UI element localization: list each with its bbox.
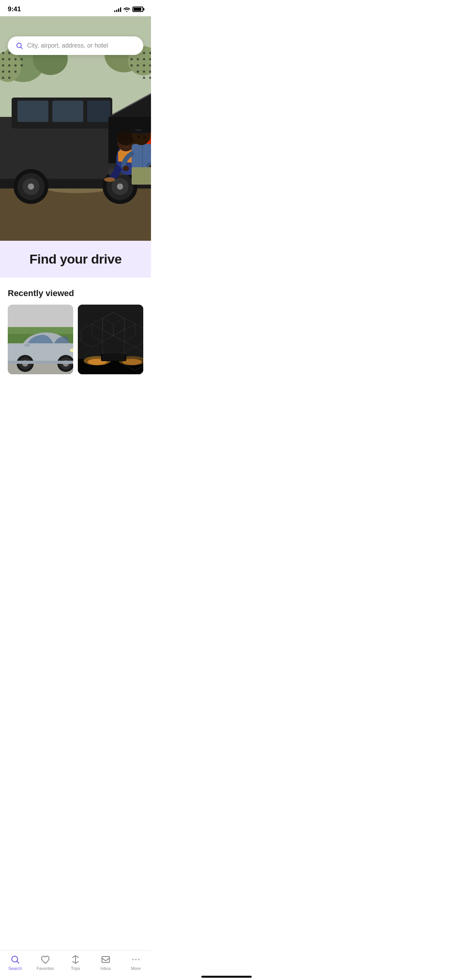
hero-section: City, airport, address, or hotel (0, 16, 151, 418)
svg-point-69 (143, 58, 145, 60)
svg-rect-45 (132, 167, 151, 185)
svg-rect-41 (132, 126, 151, 133)
svg-point-59 (8, 70, 10, 73)
car-card-2[interactable] (78, 305, 143, 374)
status-time: 9:41 (8, 5, 21, 13)
svg-point-38 (123, 166, 129, 171)
svg-point-32 (122, 142, 124, 145)
svg-point-61 (2, 77, 4, 79)
car-card-2-image (78, 305, 143, 374)
search-placeholder: City, airport, address, or hotel (27, 42, 108, 49)
svg-text:VOID: VOID (136, 129, 141, 131)
svg-point-34 (104, 177, 115, 182)
svg-point-51 (8, 58, 10, 60)
cars-row (8, 305, 151, 374)
recently-viewed-title: Recently viewed (8, 288, 151, 298)
svg-point-75 (137, 70, 139, 73)
wifi-icon (124, 7, 130, 12)
find-drive-title: Find your drive (8, 252, 143, 267)
svg-point-72 (137, 64, 139, 67)
svg-rect-14 (87, 101, 110, 122)
svg-rect-115 (103, 355, 124, 360)
svg-point-33 (128, 142, 130, 145)
car-card-1-image (8, 305, 73, 374)
status-icons (114, 7, 143, 12)
svg-point-78 (143, 77, 145, 79)
svg-rect-13 (52, 101, 83, 122)
search-bar[interactable]: City, airport, address, or hotel (8, 36, 143, 55)
search-bar-wrapper[interactable]: City, airport, address, or hotel (0, 36, 151, 55)
svg-point-71 (130, 64, 133, 67)
svg-point-23 (28, 183, 34, 190)
svg-point-86 (24, 344, 30, 347)
svg-point-53 (21, 58, 23, 60)
search-icon (15, 42, 23, 50)
svg-rect-12 (17, 101, 48, 122)
svg-rect-94 (8, 361, 73, 364)
svg-point-73 (143, 64, 145, 67)
svg-point-67 (130, 58, 133, 60)
find-drive-banner: Find your drive (0, 241, 151, 278)
svg-point-52 (14, 58, 17, 60)
svg-point-27 (117, 183, 123, 190)
svg-point-57 (21, 64, 23, 67)
status-bar: 9:41 (0, 0, 151, 16)
car-card-1[interactable] (8, 305, 73, 374)
recently-viewed-section: Recently viewed (0, 278, 151, 379)
signal-icon (114, 7, 121, 12)
battery-icon (132, 7, 143, 12)
svg-point-43 (137, 135, 140, 139)
svg-point-62 (8, 77, 10, 79)
svg-point-54 (2, 64, 4, 67)
svg-point-60 (14, 70, 17, 73)
svg-point-50 (2, 58, 4, 60)
svg-point-44 (143, 135, 146, 139)
svg-point-55 (8, 64, 10, 67)
svg-point-58 (2, 70, 4, 73)
svg-point-68 (137, 58, 139, 60)
svg-point-56 (14, 64, 17, 67)
svg-point-76 (143, 70, 145, 73)
